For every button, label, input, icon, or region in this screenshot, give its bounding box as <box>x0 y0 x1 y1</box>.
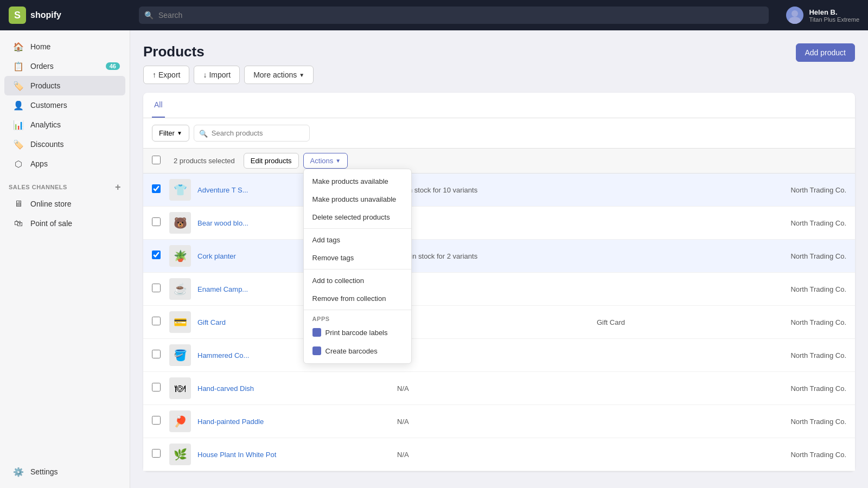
user-name: Helen B. <box>809 8 859 16</box>
sidebar-item-products[interactable]: 🏷️ Products <box>4 76 125 95</box>
home-icon: 🏠 <box>13 41 24 52</box>
product-checkbox[interactable] <box>152 217 161 226</box>
product-checkbox[interactable] <box>152 383 161 391</box>
search-icon: 🔍 <box>144 11 154 20</box>
sidebar-item-point-of-sale[interactable]: 🛍 Point of sale <box>4 214 125 233</box>
dropdown-item-print-barcodes[interactable]: Print barcode labels <box>304 323 411 342</box>
svg-point-1 <box>789 17 801 24</box>
shopify-logo-icon: S <box>9 7 26 24</box>
product-thumbnail: ☕ <box>169 278 191 300</box>
dropdown-item-make-unavailable[interactable]: Make products unavailable <box>304 190 411 208</box>
table-row: 🐻 Bear wood blo... N/A North Trading Co. <box>143 207 855 240</box>
search-wrap: 🔍 <box>194 125 846 142</box>
dropdown-item-delete[interactable]: Delete selected products <box>304 208 411 226</box>
sidebar-item-home[interactable]: 🏠 Home <box>4 37 125 56</box>
sidebar-item-orders[interactable]: 📋 Orders 46 <box>4 56 125 76</box>
product-checkbox[interactable] <box>152 184 161 193</box>
product-checkbox[interactable] <box>152 449 161 458</box>
product-vendor: North Trading Co. <box>697 418 846 426</box>
sidebar-item-label: Discounts <box>30 140 63 149</box>
more-actions-button[interactable]: More actions ▼ <box>244 66 314 84</box>
tab-all[interactable]: All <box>152 93 165 118</box>
sidebar-item-apps[interactable]: ⬡ Apps <box>4 154 125 174</box>
search-input[interactable] <box>139 7 769 24</box>
dropdown-divider-2 <box>304 269 411 269</box>
apps-icon: ⬡ <box>13 158 24 169</box>
table-row: 💳 Gift Card N/A Gift Card North Trading … <box>143 306 855 339</box>
product-name[interactable]: Hand-carved Dish <box>197 384 397 393</box>
sidebar-item-label: Apps <box>30 159 48 168</box>
product-stock: 300 in stock for 2 variants <box>397 252 597 260</box>
main-content: Products ↑ Export ↓ Import More actions … <box>130 30 868 488</box>
dropdown-item-remove-collection[interactable]: Remove from collection <box>304 290 411 307</box>
apps-section-label: APPS <box>304 312 411 323</box>
dropdown-item-remove-tags[interactable]: Remove tags <box>304 249 411 267</box>
sidebar-item-label: Customers <box>30 101 67 110</box>
selected-count: 2 products selected <box>174 157 235 165</box>
sales-channels-label: Sales Channels <box>9 184 67 190</box>
badge-orders: 46 <box>106 62 120 70</box>
sidebar-item-online-store[interactable]: 🖥 Online store <box>4 194 125 214</box>
search-products-input[interactable] <box>194 125 310 142</box>
dropdown-item-create-barcodes[interactable]: Create barcodes <box>304 342 411 360</box>
point-of-sale-icon: 🛍 <box>13 218 24 229</box>
sidebar-item-analytics[interactable]: 📊 Analytics <box>4 115 125 134</box>
product-checkbox[interactable] <box>152 350 161 358</box>
add-sales-channel-button[interactable]: + <box>115 182 121 192</box>
import-icon: ↓ <box>203 70 207 79</box>
add-product-button[interactable]: Add product <box>796 43 856 62</box>
dropdown-divider-1 <box>304 228 411 229</box>
product-stock: N/A <box>397 351 597 359</box>
sidebar-item-discounts[interactable]: 🏷️ Discounts <box>4 134 125 154</box>
product-checkbox[interactable] <box>152 317 161 325</box>
row-checkbox <box>152 416 169 427</box>
filter-button[interactable]: Filter ▼ <box>152 125 189 142</box>
product-checkbox[interactable] <box>152 416 161 425</box>
top-navigation: S shopify 🔍 Helen B. Titan Plus Extreme <box>0 0 868 30</box>
table-row: 🪣 Hammered Co... N/A North Trading Co. <box>143 339 855 372</box>
sidebar-item-label: Orders <box>30 62 54 70</box>
sidebar-channels: 🖥 Online store🛍 Point of sale <box>0 194 130 233</box>
sidebar-item-settings[interactable]: ⚙️ Settings <box>4 462 125 481</box>
product-name[interactable]: House Plant In White Pot <box>197 451 397 459</box>
dropdown-item-add-collection[interactable]: Add to collection <box>304 272 411 290</box>
product-thumbnail: 💳 <box>169 311 191 333</box>
select-all-checkbox[interactable] <box>152 156 161 164</box>
product-thumbnail: 🌿 <box>169 444 191 465</box>
sidebar-bottom: ⚙️ Settings <box>0 462 130 481</box>
product-vendor: North Trading Co. <box>697 219 846 227</box>
customers-icon: 👤 <box>13 100 24 111</box>
product-checkbox[interactable] <box>152 251 161 259</box>
actions-button[interactable]: Actions ▼ <box>303 153 348 169</box>
page-header: Products ↑ Export ↓ Import More actions … <box>143 43 855 84</box>
product-stock: N/A <box>397 285 597 293</box>
product-checkbox[interactable] <box>152 284 161 292</box>
filter-chevron-icon: ▼ <box>177 130 182 136</box>
product-stock: N/A <box>397 418 597 426</box>
print-barcodes-icon <box>312 328 321 337</box>
sidebar-nav: 🏠 Home 📋 Orders 46🏷️ Products 👤 Customer… <box>0 37 130 174</box>
user-menu[interactable]: Helen B. Titan Plus Extreme <box>777 7 868 24</box>
table-row: 🪴 Cork planter 300 in stock for 2 varian… <box>143 240 855 273</box>
analytics-icon: 📊 <box>13 119 24 130</box>
product-stock: N/A <box>397 451 597 459</box>
sidebar-item-label: Home <box>30 42 50 51</box>
product-thumbnail: 👕 <box>169 179 191 201</box>
export-button[interactable]: ↑ Export <box>143 66 189 84</box>
table-row: 🏓 Hand-painted Paddle N/A North Trading … <box>143 405 855 438</box>
product-thumbnail: 🪴 <box>169 245 191 267</box>
filter-label: Filter <box>159 129 175 137</box>
toolbar: Filter ▼ 🔍 <box>143 118 855 149</box>
chevron-down-icon: ▼ <box>299 72 304 78</box>
sidebar-item-label: Analytics <box>30 120 61 129</box>
row-checkbox <box>152 284 169 294</box>
tabs: All <box>143 93 855 118</box>
sidebar: 🏠 Home 📋 Orders 46🏷️ Products 👤 Customer… <box>0 30 130 488</box>
edit-products-button[interactable]: Edit products <box>244 153 299 169</box>
dropdown-item-add-tags[interactable]: Add tags <box>304 231 411 249</box>
dropdown-item-make-available[interactable]: Make products available <box>304 172 411 190</box>
product-name[interactable]: Hand-painted Paddle <box>197 418 397 426</box>
import-button[interactable]: ↓ Import <box>194 66 240 84</box>
sidebar-item-customers[interactable]: 👤 Customers <box>4 95 125 115</box>
sidebar-channel-label: Online store <box>30 200 71 208</box>
